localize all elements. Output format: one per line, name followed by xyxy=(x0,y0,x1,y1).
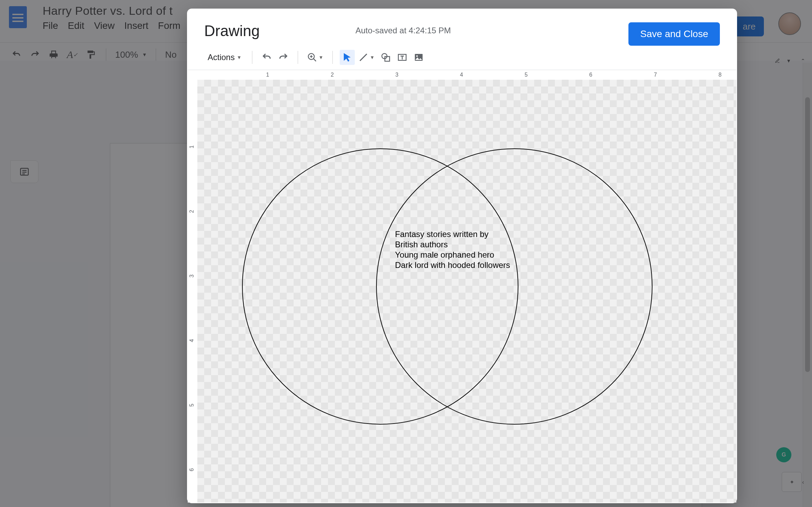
actions-menu[interactable]: Actions▼ xyxy=(204,51,245,64)
redo-icon[interactable] xyxy=(276,50,291,65)
undo-icon[interactable] xyxy=(259,50,274,65)
ruler-horizontal: 1 2 3 4 5 6 7 8 xyxy=(197,70,736,80)
image-tool-icon[interactable] xyxy=(411,50,426,65)
dialog-title: Drawing xyxy=(204,22,260,40)
line-tool-icon[interactable]: ▼ xyxy=(356,50,377,65)
save-and-close-button[interactable]: Save and Close xyxy=(628,22,720,46)
canvas-area: 1 2 3 4 5 6 7 8 1 2 3 4 5 6 Fantasy stor… xyxy=(188,70,736,503)
separator xyxy=(332,51,333,64)
separator xyxy=(252,51,252,64)
zoom-icon[interactable]: ▼ xyxy=(305,50,326,65)
drawing-dialog: Drawing Auto-saved at 4:24:15 PM Save an… xyxy=(187,9,737,503)
svg-line-8 xyxy=(360,54,367,61)
select-tool-icon[interactable] xyxy=(340,50,355,65)
svg-point-13 xyxy=(416,55,418,57)
venn-circle-right[interactable] xyxy=(376,148,652,425)
shape-tool-icon[interactable] xyxy=(378,50,393,65)
ruler-vertical: 1 2 3 4 5 6 xyxy=(188,80,198,503)
textbox-tool-icon[interactable] xyxy=(395,50,410,65)
dialog-header: Drawing Auto-saved at 4:24:15 PM Save an… xyxy=(187,9,737,43)
svg-line-5 xyxy=(313,59,316,61)
separator xyxy=(298,51,298,64)
drawing-canvas[interactable]: Fantasy stories written by British autho… xyxy=(197,80,736,503)
drawing-toolbar: Actions▼ ▼ ▼ xyxy=(187,43,737,70)
venn-intersection-text[interactable]: Fantasy stories written by British autho… xyxy=(395,229,512,270)
svg-rect-10 xyxy=(385,57,389,61)
autosave-status: Auto-saved at 4:24:15 PM xyxy=(355,26,451,35)
